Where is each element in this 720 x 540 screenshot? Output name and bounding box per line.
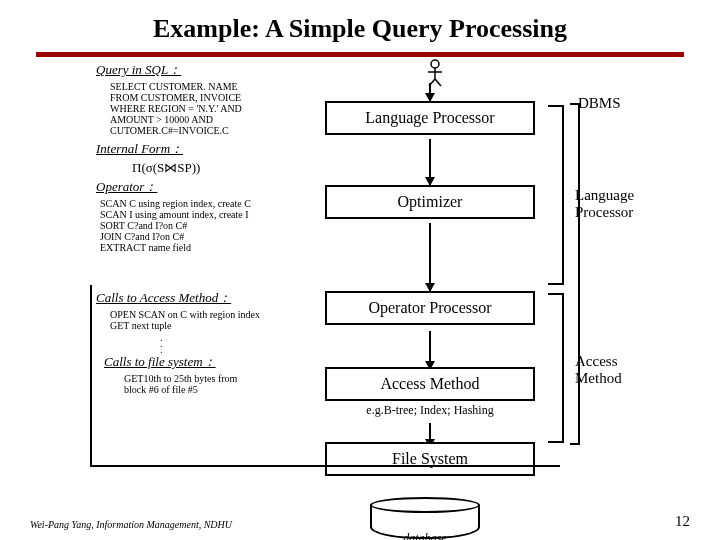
slide-title: Example: A Simple Query Processing [0,0,720,52]
ellipsis-icon: ... [160,335,326,353]
internal-form-heading: Internal Form： [96,140,326,158]
dbms-label: DBMS [578,95,621,112]
arrow-down-icon [429,331,431,369]
box-file-system: File System [325,442,535,476]
pipeline-column: Language Processor Optimizer Operator Pr… [325,57,535,476]
arrow-down-icon [429,223,431,291]
access-calls-text: OPEN SCAN on C with region index GET nex… [110,309,326,331]
access-calls-heading: Calls to Access Method： [96,289,326,307]
box-language-processor: Language Processor [325,101,535,135]
box-access-method: Access Method [325,367,535,401]
content-area: Query in SQL： SELECT CUSTOMER. NAME FROM… [0,57,720,487]
operator-heading: Operator： [96,178,326,196]
footer-author: Wei-Pang Yang, Information Management, N… [30,519,232,530]
right-label-access-method: Access Method [575,353,622,386]
bracket-icon [548,105,564,285]
access-method-examples: e.g.B-tree; Index; Hashing [325,403,535,418]
filesystem-calls-heading: Calls to file system： [104,353,326,371]
page-number: 12 [675,513,690,530]
filesystem-calls-text: GET10th to 25th bytes from block #6 of f… [124,373,326,395]
bracket-icon [570,103,580,445]
operator-text: SCAN C using region index, create C SCAN… [100,198,326,253]
box-optimizer: Optimizer [325,185,535,219]
box-operator-processor: Operator Processor [325,291,535,325]
bracket-icon [548,293,564,443]
query-sql-text: SELECT CUSTOMER. NAME FROM CUSTOMER, INV… [110,81,326,136]
connector-line [90,285,92,465]
query-sql-heading: Query in SQL： [96,61,326,79]
connector-line [90,465,560,467]
database-label: database [370,531,480,540]
arrow-down-icon [429,139,431,185]
database-cylinder-icon: database [370,497,480,539]
arrow-down-icon [429,83,431,101]
left-column: Query in SQL： SELECT CUSTOMER. NAME FROM… [96,61,326,399]
right-label-language-processor: Language Processor [575,187,634,220]
relational-expression: Π(σ(S⋈SP)) [132,160,326,176]
